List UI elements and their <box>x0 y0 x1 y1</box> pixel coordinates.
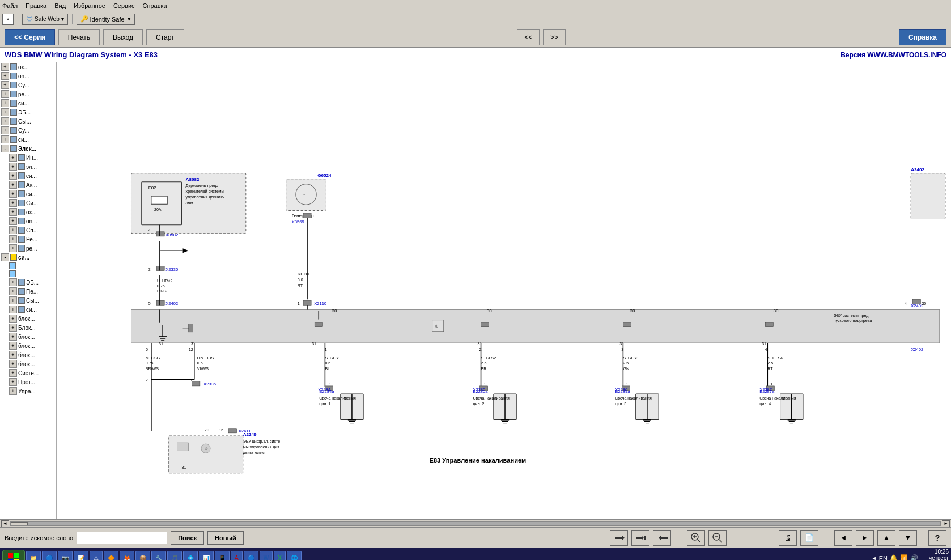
expand-icon[interactable]: + <box>9 190 17 198</box>
sidebar-item[interactable]: + Сы... <box>0 296 56 305</box>
sidebar-item[interactable]: + ре... <box>0 90 56 99</box>
taskbar-app-word[interactable]: W <box>260 551 273 561</box>
sidebar-item[interactable]: + Ин... <box>0 153 56 162</box>
taskbar-app-6[interactable]: 🔶 <box>104 551 118 561</box>
sidebar-item[interactable]: + блок... <box>0 350 56 359</box>
expand-icon[interactable]: + <box>9 154 17 162</box>
close-button[interactable]: × <box>2 14 14 25</box>
down-button[interactable]: ▼ <box>899 530 917 546</box>
taskbar-app-10[interactable]: 🎵 <box>167 551 182 561</box>
start-button[interactable] <box>2 550 25 561</box>
sidebar-item-electronics[interactable]: - Элек... <box>0 144 56 153</box>
safe-web-button[interactable]: 🛡 Safe Web ▾ <box>22 14 68 25</box>
taskbar-app-3[interactable]: 📷 <box>58 551 73 561</box>
expand-icon[interactable]: + <box>9 306 17 313</box>
expand-icon[interactable]: + <box>1 108 9 116</box>
sidebar-item[interactable]: + блок... <box>0 332 56 341</box>
taskbar-app-acrobat[interactable]: A <box>231 551 243 561</box>
menu-file[interactable]: Файл <box>2 2 18 9</box>
expand-icon[interactable]: + <box>9 315 17 323</box>
expand-icon[interactable]: + <box>9 181 17 189</box>
sidebar-item[interactable]: + си... <box>0 171 56 180</box>
sidebar-item[interactable]: + on... <box>0 217 56 226</box>
search-input[interactable] <box>77 532 167 544</box>
expand-icon[interactable]: + <box>9 360 17 368</box>
sidebar-item[interactable]: + си... <box>0 135 56 144</box>
zoom-in-button[interactable] <box>687 530 705 546</box>
expand-icon[interactable]: + <box>9 333 17 341</box>
print-button[interactable]: Печать <box>58 29 100 45</box>
expand-icon[interactable]: + <box>9 324 17 332</box>
sidebar-item[interactable]: + ох... <box>0 207 56 217</box>
taskbar-app-2[interactable]: 🔵 <box>42 551 57 561</box>
taskbar-app-11[interactable]: 💠 <box>183 551 198 561</box>
zoom-out-button[interactable] <box>708 530 727 546</box>
exit-button[interactable]: Выход <box>103 29 143 45</box>
taskbar-app-12[interactable]: 📊 <box>199 551 214 561</box>
expand-icon[interactable]: + <box>1 135 9 143</box>
taskbar-app-excel[interactable]: X <box>274 551 286 561</box>
expand-icon[interactable]: + <box>9 163 17 171</box>
sidebar-item[interactable]: + Ре... <box>0 235 56 244</box>
sidebar-item[interactable]: + ох... <box>0 62 56 71</box>
expand-icon[interactable]: + <box>1 81 9 89</box>
new-button[interactable]: Новый <box>207 531 244 545</box>
taskbar-app-firefox[interactable]: 🦊 <box>120 551 134 561</box>
expand-icon[interactable]: + <box>9 342 17 350</box>
expand-icon[interactable]: + <box>9 387 17 395</box>
expand-icon[interactable]: + <box>9 199 17 207</box>
menu-view[interactable]: Вид <box>54 2 66 9</box>
expand-icon[interactable]: + <box>1 90 9 98</box>
expand-icon[interactable]: + <box>1 117 9 125</box>
sidebar-item[interactable]: + ЭБ... <box>0 278 56 287</box>
sidebar-item-si[interactable]: - си... <box>0 253 56 262</box>
sidebar-item[interactable]: + on... <box>0 71 56 80</box>
expand-icon[interactable]: + <box>1 126 9 134</box>
sidebar-item[interactable]: + ЭБ... <box>0 108 56 117</box>
sidebar-item[interactable]: + Систе... <box>0 368 56 377</box>
expand-icon[interactable]: + <box>9 351 17 359</box>
expand-icon[interactable]: - <box>1 145 9 152</box>
identity-safe-button[interactable]: 🔑 Identity Safe ▾ <box>77 14 135 25</box>
sidebar-subitem-2[interactable] <box>0 270 56 278</box>
taskbar-app-ie[interactable]: 🌐 <box>287 551 302 561</box>
sidebar-item[interactable]: + эл... <box>0 162 56 171</box>
help-icon-bottom[interactable]: ? <box>928 530 946 546</box>
taskbar-app-13[interactable]: 📱 <box>215 551 230 561</box>
sidebar-item[interactable]: + блок... <box>0 359 56 368</box>
sidebar-item[interactable]: + си... <box>0 99 56 108</box>
scroll-track[interactable] <box>10 521 941 526</box>
print-icon[interactable]: 🖨 <box>779 530 797 546</box>
forward-button[interactable]: >> <box>543 29 566 45</box>
sidebar-item[interactable]: + Су... <box>0 80 56 90</box>
series-button[interactable]: << Серии <box>5 29 55 45</box>
taskbar-app-8[interactable]: 📦 <box>135 551 150 561</box>
expand-icon[interactable]: + <box>1 72 9 80</box>
help-button[interactable]: Справка <box>899 29 946 45</box>
expand-icon[interactable]: + <box>9 244 17 252</box>
search-button[interactable]: Поиск <box>171 531 204 545</box>
expand-icon[interactable]: + <box>1 99 9 107</box>
up-button[interactable]: ▲ <box>877 530 895 546</box>
expand-icon[interactable]: + <box>9 217 17 225</box>
horizontal-scrollbar[interactable]: ◄ ► <box>0 519 951 527</box>
expand-icon[interactable]: + <box>9 287 17 295</box>
expand-icon[interactable]: + <box>9 278 17 286</box>
expand-icon[interactable]: + <box>1 63 9 71</box>
expand-icon[interactable]: + <box>9 296 17 304</box>
menu-favorites[interactable]: Избранное <box>74 2 105 9</box>
taskbar-app-4[interactable]: 📝 <box>74 551 88 561</box>
sidebar-item[interactable]: + блок... <box>0 314 56 323</box>
scroll-thumb[interactable] <box>11 522 28 525</box>
expand-icon[interactable]: + <box>9 172 17 180</box>
sidebar-item[interactable]: + си... <box>0 189 56 198</box>
tray-expand[interactable]: ◄ <box>872 555 877 561</box>
sidebar-item[interactable]: + Ак... <box>0 180 56 189</box>
sidebar-item[interactable]: + Сы... <box>0 117 56 126</box>
taskbar-app-5[interactable]: ⚠ <box>90 551 103 561</box>
sidebar-item[interactable]: + Си... <box>0 198 56 207</box>
next-page-button[interactable]: ► <box>856 530 874 546</box>
nav-end-icon[interactable] <box>631 530 649 546</box>
sidebar-item[interactable]: + си... <box>0 305 56 314</box>
menu-help[interactable]: Справка <box>143 2 167 9</box>
